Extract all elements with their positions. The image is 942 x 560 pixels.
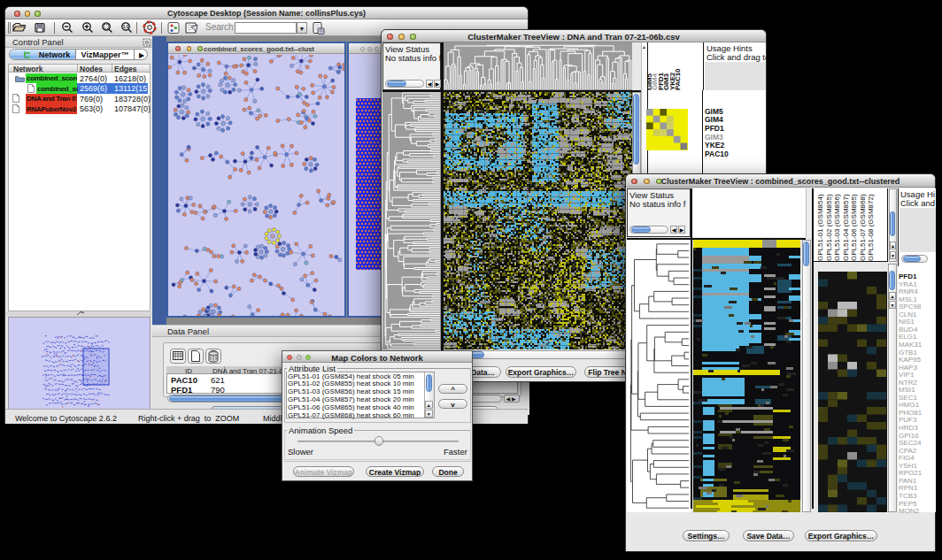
svg-text:1:1: 1:1 xyxy=(123,25,129,29)
svg-text:Search:: Search: xyxy=(205,22,236,32)
